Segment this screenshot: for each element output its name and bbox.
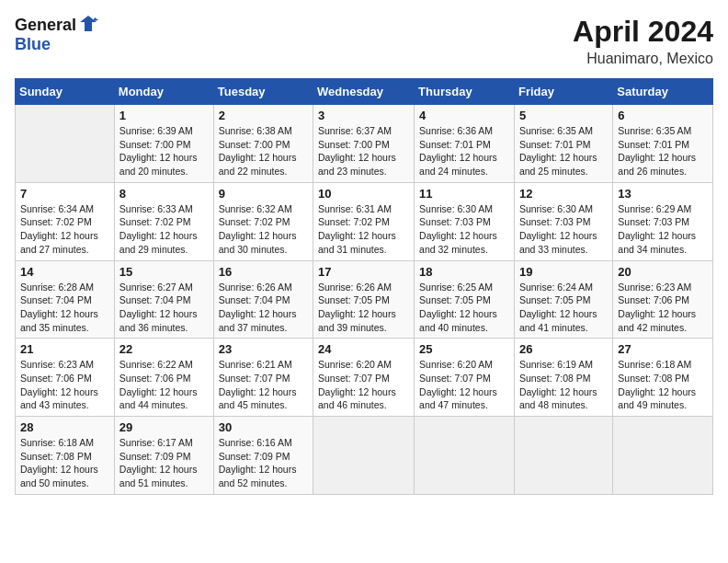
svg-marker-0 [80,16,97,31]
day-info: Sunrise: 6:26 AMSunset: 7:05 PMDaylight:… [318,281,409,335]
day-info: Sunrise: 6:34 AMSunset: 7:02 PMDaylight:… [20,202,109,257]
calendar-cell: 30Sunrise: 6:16 AMSunset: 7:09 PMDayligh… [213,417,313,495]
calendar-cell: 11Sunrise: 6:30 AMSunset: 7:03 PMDayligh… [415,182,515,260]
header-friday: Friday [514,79,612,105]
day-info: Sunrise: 6:23 AMSunset: 7:06 PMDaylight:… [20,358,109,412]
day-number: 22 [119,342,209,356]
day-info: Sunrise: 6:18 AMSunset: 7:08 PMDaylight:… [618,358,708,412]
day-number: 7 [20,187,109,201]
logo: General Blue [15,15,98,54]
day-number: 8 [119,187,209,201]
calendar-cell [514,417,612,495]
location-subtitle: Huanimaro, Mexico [573,51,713,67]
day-number: 26 [519,342,608,356]
calendar-cell: 18Sunrise: 6:25 AMSunset: 7:05 PMDayligh… [415,260,515,339]
title-area: April 2024 Huanimaro, Mexico [573,15,713,67]
calendar-cell: 19Sunrise: 6:24 AMSunset: 7:05 PMDayligh… [514,260,612,339]
day-info: Sunrise: 6:27 AMSunset: 7:04 PMDaylight:… [119,281,209,335]
calendar-cell [415,417,515,495]
day-number: 27 [618,342,708,356]
day-number: 9 [219,187,308,201]
calendar-header-row: SundayMondayTuesdayWednesdayThursdayFrid… [16,79,713,105]
day-info: Sunrise: 6:17 AMSunset: 7:09 PMDaylight:… [119,436,209,490]
day-info: Sunrise: 6:21 AMSunset: 7:07 PMDaylight:… [219,358,308,412]
day-info: Sunrise: 6:19 AMSunset: 7:08 PMDaylight:… [519,358,608,412]
day-info: Sunrise: 6:26 AMSunset: 7:04 PMDaylight:… [219,281,308,335]
day-number: 5 [519,109,608,122]
day-number: 4 [419,109,509,122]
day-number: 10 [318,187,409,201]
calendar-cell: 22Sunrise: 6:22 AMSunset: 7:06 PMDayligh… [114,339,213,417]
calendar-cell: 23Sunrise: 6:21 AMSunset: 7:07 PMDayligh… [213,339,313,417]
calendar-week-1: 1Sunrise: 6:39 AMSunset: 7:00 PMDaylight… [16,105,713,183]
calendar-cell: 12Sunrise: 6:30 AMSunset: 7:03 PMDayligh… [514,182,612,260]
day-info: Sunrise: 6:35 AMSunset: 7:01 PMDaylight:… [519,124,608,178]
day-info: Sunrise: 6:30 AMSunset: 7:03 PMDaylight:… [519,202,608,257]
calendar-cell: 1Sunrise: 6:39 AMSunset: 7:00 PMDaylight… [114,105,213,183]
day-info: Sunrise: 6:22 AMSunset: 7:06 PMDaylight:… [119,358,209,412]
day-number: 20 [618,265,708,279]
calendar-cell: 25Sunrise: 6:20 AMSunset: 7:07 PMDayligh… [415,339,515,417]
calendar-cell: 28Sunrise: 6:18 AMSunset: 7:08 PMDayligh… [16,417,115,495]
calendar-cell: 14Sunrise: 6:28 AMSunset: 7:04 PMDayligh… [16,260,115,339]
day-info: Sunrise: 6:37 AMSunset: 7:00 PMDaylight:… [318,124,409,178]
day-number: 19 [519,265,608,279]
day-number: 6 [618,109,708,122]
day-number: 17 [318,265,409,279]
calendar-cell: 15Sunrise: 6:27 AMSunset: 7:04 PMDayligh… [114,260,213,339]
day-number: 30 [219,420,308,434]
calendar-cell: 8Sunrise: 6:33 AMSunset: 7:02 PMDaylight… [114,182,213,260]
calendar-cell: 2Sunrise: 6:38 AMSunset: 7:00 PMDaylight… [213,105,313,183]
header-saturday: Saturday [613,79,713,105]
day-info: Sunrise: 6:18 AMSunset: 7:08 PMDaylight:… [20,436,109,490]
calendar-cell [613,417,713,495]
day-info: Sunrise: 6:35 AMSunset: 7:01 PMDaylight:… [618,124,708,178]
day-number: 16 [219,265,308,279]
day-info: Sunrise: 6:36 AMSunset: 7:01 PMDaylight:… [419,124,509,178]
day-number: 14 [20,265,109,279]
day-info: Sunrise: 6:23 AMSunset: 7:06 PMDaylight:… [618,281,708,335]
calendar-cell: 9Sunrise: 6:32 AMSunset: 7:02 PMDaylight… [213,182,313,260]
day-info: Sunrise: 6:38 AMSunset: 7:00 PMDaylight:… [219,124,308,178]
day-info: Sunrise: 6:28 AMSunset: 7:04 PMDaylight:… [20,281,109,335]
header-sunday: Sunday [16,79,115,105]
header: General Blue April 2024 Huanimaro, Mexic… [15,15,713,67]
calendar-cell: 29Sunrise: 6:17 AMSunset: 7:09 PMDayligh… [114,417,213,495]
day-number: 28 [20,420,109,434]
calendar-cell: 6Sunrise: 6:35 AMSunset: 7:01 PMDaylight… [613,105,713,183]
day-number: 13 [618,187,708,201]
day-number: 2 [219,109,308,122]
day-number: 18 [419,265,509,279]
calendar-week-5: 28Sunrise: 6:18 AMSunset: 7:08 PMDayligh… [16,417,713,495]
day-number: 29 [119,420,209,434]
day-info: Sunrise: 6:30 AMSunset: 7:03 PMDaylight:… [419,202,509,257]
month-title: April 2024 [573,15,713,49]
day-info: Sunrise: 6:29 AMSunset: 7:03 PMDaylight:… [618,202,708,257]
day-number: 1 [119,109,209,122]
day-info: Sunrise: 6:32 AMSunset: 7:02 PMDaylight:… [219,202,308,257]
calendar-cell: 4Sunrise: 6:36 AMSunset: 7:01 PMDaylight… [415,105,515,183]
day-number: 11 [419,187,509,201]
day-info: Sunrise: 6:16 AMSunset: 7:09 PMDaylight:… [219,436,308,490]
calendar-cell: 3Sunrise: 6:37 AMSunset: 7:00 PMDaylight… [313,105,415,183]
day-info: Sunrise: 6:24 AMSunset: 7:05 PMDaylight:… [519,281,608,335]
day-info: Sunrise: 6:20 AMSunset: 7:07 PMDaylight:… [419,358,509,412]
header-tuesday: Tuesday [213,79,313,105]
svg-marker-1 [93,17,98,21]
logo-bird-icon [78,15,98,35]
day-info: Sunrise: 6:25 AMSunset: 7:05 PMDaylight:… [419,281,509,335]
day-info: Sunrise: 6:33 AMSunset: 7:02 PMDaylight:… [119,202,209,257]
header-thursday: Thursday [415,79,515,105]
day-number: 24 [318,342,409,356]
header-wednesday: Wednesday [313,79,415,105]
calendar-cell: 16Sunrise: 6:26 AMSunset: 7:04 PMDayligh… [213,260,313,339]
calendar-table: SundayMondayTuesdayWednesdayThursdayFrid… [15,78,713,495]
calendar-cell: 27Sunrise: 6:18 AMSunset: 7:08 PMDayligh… [613,339,713,417]
logo-blue-text: Blue [15,35,51,53]
day-number: 3 [318,109,409,122]
calendar-cell [313,417,415,495]
day-number: 21 [20,342,109,356]
calendar-cell: 5Sunrise: 6:35 AMSunset: 7:01 PMDaylight… [514,105,612,183]
day-info: Sunrise: 6:39 AMSunset: 7:00 PMDaylight:… [119,124,209,178]
calendar-cell: 13Sunrise: 6:29 AMSunset: 7:03 PMDayligh… [613,182,713,260]
